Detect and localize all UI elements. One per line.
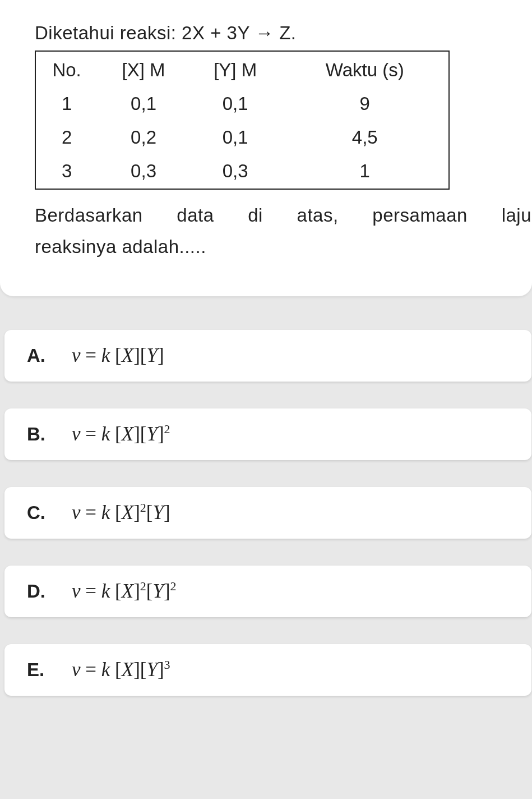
cell: 1	[281, 155, 449, 189]
table-row: 3 0,3 0,3 1	[35, 155, 449, 189]
answer-formula: v = k [X][Y]3	[72, 659, 170, 681]
answer-option-d[interactable]: D. v = k [X]2[Y]2	[4, 566, 531, 617]
answer-label: E.	[27, 659, 72, 681]
answer-option-a[interactable]: A. v = k [X][Y]	[4, 330, 531, 382]
question-card: Diketahui reaksi: 2X + 3Y → Z. No. [X] M…	[0, 0, 532, 296]
cell: 0,1	[189, 88, 281, 121]
answer-formula: v = k [X]2[Y]	[72, 502, 170, 524]
conclusion-text: Berdasarkan data di atas, persamaan laju…	[35, 200, 531, 263]
word: atas,	[297, 200, 339, 231]
cell: 2	[35, 121, 98, 155]
word: di	[248, 200, 263, 231]
reaction-text: Diketahui reaksi: 2X + 3Y → Z.	[35, 22, 532, 44]
answer-label: B.	[27, 424, 72, 445]
conclusion-line1: Berdasarkan data di atas, persamaan laju	[35, 200, 531, 231]
conclusion-line2: reaksinya adalah.....	[35, 231, 531, 263]
word: data	[177, 200, 214, 231]
table-body: 1 0,1 0,1 9 2 0,2 0,1 4,5 3 0,3 0,3 1	[35, 88, 449, 189]
answer-label: D.	[27, 581, 72, 602]
data-table: No. [X] M [Y] M Waktu (s) 1 0,1 0,1 9 2 …	[35, 50, 450, 190]
answer-formula: v = k [X][Y]	[72, 345, 164, 367]
table-header-row: No. [X] M [Y] M Waktu (s)	[35, 51, 449, 88]
cell: 4,5	[281, 121, 449, 155]
cell: 1	[35, 88, 98, 121]
word: Berdasarkan	[35, 200, 143, 231]
table-row: 1 0,1 0,1 9	[35, 88, 449, 121]
answer-label: C.	[27, 502, 72, 524]
header-x: [X] M	[98, 51, 189, 88]
cell: 9	[281, 88, 449, 121]
cell: 0,2	[98, 121, 189, 155]
cell: 0,1	[189, 121, 281, 155]
answer-label: A.	[27, 345, 72, 366]
cell: 0,1	[98, 88, 189, 121]
cell: 0,3	[189, 155, 281, 189]
cell: 0,3	[98, 155, 189, 189]
header-y: [Y] M	[189, 51, 281, 88]
word: laju	[502, 200, 531, 231]
answer-option-b[interactable]: B. v = k [X][Y]2	[4, 408, 531, 460]
answer-formula: v = k [X][Y]2	[72, 423, 170, 446]
table-row: 2 0,2 0,1 4,5	[35, 121, 449, 155]
header-no: No.	[35, 51, 98, 88]
cell: 3	[35, 155, 98, 189]
header-waktu: Waktu (s)	[281, 51, 449, 88]
word: persamaan	[372, 200, 468, 231]
answer-formula: v = k [X]2[Y]2	[72, 580, 177, 603]
answer-option-e[interactable]: E. v = k [X][Y]3	[4, 644, 531, 696]
answer-option-c[interactable]: C. v = k [X]2[Y]	[4, 487, 531, 539]
